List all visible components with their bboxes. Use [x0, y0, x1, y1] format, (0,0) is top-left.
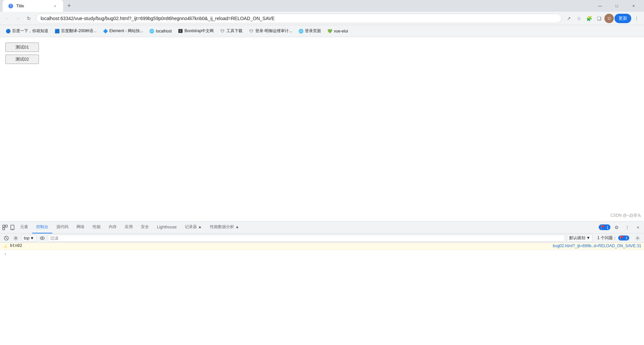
devtools-issues-badge[interactable]: 🚩 1 [599, 224, 610, 230]
console-message: btn02 [10, 244, 553, 248]
bookmark-bootstrap[interactable]: 🅱 Bootstrap中文网 [175, 27, 216, 35]
devtools-toolbar: 元素 控制台 源代码 网络 性能 内存 应用 安全 [0, 221, 644, 233]
log-level-selector[interactable]: 默认级别 ▼ [567, 234, 593, 242]
devtools-tab-perf-insights[interactable]: 性能数据分析 ▲ [206, 221, 243, 233]
tab-favicon: T [8, 3, 13, 9]
sidebar-icon[interactable]: ❏ [594, 14, 604, 23]
issues-label: 1 个问题： [597, 235, 617, 241]
browser-window: T Title × + — □ × ← → ↻ localhost:63342/… [0, 0, 644, 345]
bookmark-localhost-icon: 🌐 [149, 28, 155, 34]
page-content: 测试01 测试02 CSDN @~趋骨头 [0, 37, 644, 221]
title-bar: T Title × + — □ × [0, 0, 644, 12]
devtools-tab-elements[interactable]: 元素 [16, 221, 32, 233]
bookmark-login-page-label: 登录页面 [305, 28, 321, 34]
devtools-close-button[interactable]: × [633, 223, 643, 232]
bookmark-login-page[interactable]: 🌐 登录页面 [296, 27, 324, 35]
back-button[interactable]: ← [3, 14, 12, 23]
extensions-icon[interactable]: 🧩 [584, 14, 594, 23]
bookmark-baidu-label: 百度一下，你就知道 [12, 28, 48, 34]
devtools-tab-recorder[interactable]: 记录器 ▲ [181, 221, 206, 233]
nav-right-icons: ↗ ☆ 🧩 ❏ U 更新 ⋮ [564, 14, 641, 23]
svg-rect-4 [3, 228, 5, 230]
bookmark-translate[interactable]: 🟦 百度翻译-200种语... [52, 27, 99, 35]
bookmark-login-page-icon: 🌐 [298, 28, 304, 34]
bookmark-element[interactable]: 🔷 Element - 网站快... [100, 27, 146, 35]
bookmark-localhost-label: localhost [156, 29, 172, 33]
console-content: ⚠ btn02 bug02.html?_ijt=699b..d=RELOAD_O… [0, 243, 644, 345]
console-gear-icon[interactable] [634, 234, 641, 242]
svg-text:T: T [10, 4, 12, 8]
close-button[interactable]: × [626, 0, 641, 12]
new-tab-button[interactable]: + [64, 1, 74, 11]
bookmark-vue-elui[interactable]: 💚 vue-elui [324, 27, 351, 35]
maximize-button[interactable]: □ [609, 0, 625, 12]
log-level-label: 默认级别 ▼ [569, 235, 590, 241]
devtools-tab-console[interactable]: 控制台 [32, 221, 52, 233]
profile-avatar[interactable]: U [604, 14, 614, 23]
console-toolbar: top ▼ 默认级别 ▼ 1 个问题： 🚩 1 [0, 233, 644, 243]
test-button-01[interactable]: 测试01 [5, 43, 39, 52]
bookmark-login-audit[interactable]: 🛡 登录-明御运维审计... [246, 27, 295, 35]
tab-close-button[interactable]: × [52, 3, 58, 9]
update-button[interactable]: 更新 [614, 14, 631, 23]
console-clear-button[interactable] [3, 234, 10, 242]
console-entry-arrow: › [0, 250, 644, 258]
context-selector[interactable]: top ▼ [21, 235, 37, 242]
nav-bar: ← → ↻ localhost:63342/vue-study/bug/bug0… [0, 12, 644, 25]
devtools-toolbar-right: 🚩 1 ⚙ ⋮ × [599, 223, 643, 232]
warning-icon: ⚠ [3, 244, 8, 249]
bookmark-translate-icon: 🟦 [54, 28, 60, 34]
active-tab[interactable]: T Title × [3, 0, 63, 12]
tab-title: Title [16, 3, 50, 8]
console-settings-button[interactable] [12, 234, 19, 242]
bookmark-login-audit-label: 登录-明御运维审计... [255, 28, 292, 34]
devtools: 元素 控制台 源代码 网络 性能 内存 应用 安全 [0, 221, 644, 345]
bookmarks-bar: 🔵 百度一下，你就知道 🟦 百度翻译-200种语... 🔷 Element - … [0, 25, 644, 37]
bookmark-vue-elui-icon: 💚 [327, 28, 332, 34]
devtools-inspect-button[interactable] [1, 224, 9, 231]
console-eye-button[interactable] [39, 234, 46, 242]
bookmark-login-audit-icon: 🛡 [249, 28, 254, 34]
devtools-tab-lighthouse[interactable]: Lighthouse [153, 221, 181, 233]
devtools-tab-sources[interactable]: 源代码 [52, 221, 72, 233]
devtools-more-button[interactable]: ⋮ [623, 223, 632, 232]
bookmark-vue-elui-label: vue-elui [334, 29, 348, 33]
svg-point-12 [637, 237, 638, 239]
address-bar[interactable]: localhost:63342/vue-study/bug/bug02.html… [36, 14, 561, 23]
svg-rect-2 [3, 225, 5, 227]
forward-button[interactable]: → [13, 14, 23, 23]
devtools-settings-button[interactable]: ⚙ [612, 223, 621, 232]
bookmark-icon[interactable]: ☆ [574, 14, 584, 23]
bookmark-bootstrap-label: Bootstrap中文网 [184, 28, 214, 34]
issues-count: 1 个问题： 🚩 1 [595, 234, 632, 242]
console-source-link[interactable]: bug02.html?_ijt=699b..d=RELOAD_ON_SAVE:3… [553, 244, 641, 248]
bookmark-bootstrap-icon: 🅱 [178, 28, 183, 34]
expand-arrow-icon[interactable]: › [3, 251, 8, 257]
svg-rect-3 [5, 225, 7, 227]
address-text: localhost:63342/vue-study/bug/bug02.html… [41, 16, 557, 21]
svg-line-8 [5, 237, 7, 239]
svg-point-11 [42, 237, 43, 239]
test-button-02[interactable]: 测试02 [5, 55, 39, 64]
minimize-button[interactable]: — [592, 0, 608, 12]
page-inner: 测试01 测试02 [0, 37, 644, 72]
bookmark-element-icon: 🔷 [103, 28, 108, 34]
devtools-tab-security[interactable]: 安全 [137, 221, 153, 233]
context-label: top [24, 236, 30, 240]
devtools-tab-performance[interactable]: 性能 [89, 221, 105, 233]
svg-point-9 [15, 237, 17, 239]
devtools-tab-memory[interactable]: 内存 [105, 221, 121, 233]
devtools-device-button[interactable] [9, 224, 16, 231]
more-menu-icon[interactable]: ⋮ [632, 14, 641, 23]
console-filter-input[interactable] [48, 235, 565, 242]
bookmark-translate-label: 百度翻译-200种语... [61, 28, 97, 34]
devtools-tab-network[interactable]: 网络 [72, 221, 89, 233]
bookmark-baidu[interactable]: 🔵 百度一下，你就知道 [3, 27, 51, 35]
issues-badge[interactable]: 🚩 1 [618, 235, 629, 240]
devtools-tab-application[interactable]: 应用 [121, 221, 137, 233]
bookmark-tools[interactable]: 🛡 工具下载 [217, 27, 245, 35]
bookmark-localhost[interactable]: 🌐 localhost [147, 27, 174, 35]
share-icon[interactable]: ↗ [564, 14, 574, 23]
bookmark-tools-label: 工具下载 [226, 28, 243, 34]
refresh-button[interactable]: ↻ [24, 14, 34, 23]
